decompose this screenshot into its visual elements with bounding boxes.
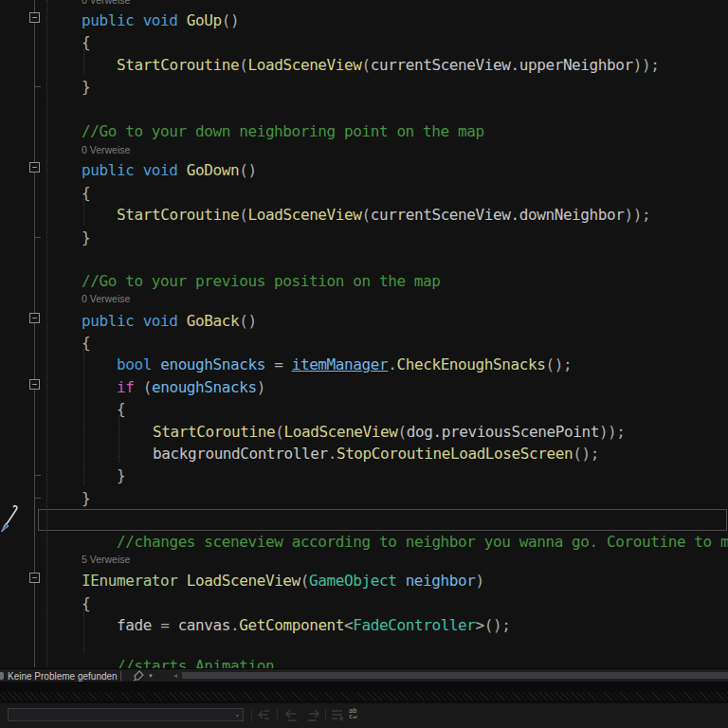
code-line[interactable]: }	[117, 464, 125, 486]
code-token-op: ();	[545, 355, 572, 373]
code-line[interactable]: //starts Animation	[117, 655, 274, 668]
previous-message-icon[interactable]	[284, 709, 300, 721]
code-token-op: {	[82, 33, 90, 51]
code-line[interactable]: {	[82, 182, 90, 204]
panel-splitter[interactable]	[0, 682, 728, 703]
scroll-left-arrow-icon[interactable]: ◂	[173, 672, 177, 680]
code-line[interactable]: StartCoroutine(LoadSceneView(currentScen…	[117, 204, 650, 226]
code-token-op: ));	[625, 206, 651, 224]
code-token-op: >();	[476, 616, 511, 634]
code-line[interactable]: }	[82, 487, 90, 509]
code-token-op: ()	[222, 11, 239, 29]
code-token-m: LoadSceneView	[248, 56, 362, 74]
code-line[interactable]: IEnumerator LoadSceneView(GameObject nei…	[82, 570, 484, 592]
code-token-op: ));	[633, 56, 660, 74]
health-status-text[interactable]: Keine Probleme gefunden	[8, 671, 118, 682]
separator	[120, 671, 121, 681]
codelens-line[interactable]: 0 Verweise	[82, 143, 130, 156]
dropdown-caret-icon[interactable]: ▼	[148, 673, 154, 679]
splitter-hatch	[0, 692, 728, 701]
code-line[interactable]: //changes sceneview according to neighbo…	[117, 531, 728, 553]
code-line[interactable]: {	[82, 592, 90, 614]
fold-marker-collapse[interactable]: −	[29, 12, 40, 23]
code-token-op: {	[117, 400, 125, 418]
code-token-kw: public void	[82, 312, 187, 330]
code-line[interactable]: }	[82, 227, 90, 248]
output-source-dropdown[interactable]: ▾	[8, 708, 244, 721]
code-token-op: (	[239, 206, 247, 224]
clear-all-icon[interactable]	[330, 709, 345, 721]
horizontal-scrollbar-thumb[interactable]	[182, 672, 728, 679]
word-wrap-icon[interactable]: ab c↵	[349, 708, 366, 720]
code-token-m: LoadSceneView	[248, 206, 362, 224]
fold-end-tick	[35, 86, 41, 87]
code-line[interactable]: {	[117, 398, 125, 420]
code-token-v: neighbor	[406, 572, 476, 590]
code-token-ty: FadeController	[353, 616, 475, 634]
code-token-op: .	[230, 616, 239, 634]
toolbar-separator	[325, 708, 326, 721]
code-line[interactable]: public void GoDown()	[82, 159, 257, 181]
next-message-icon[interactable]	[306, 709, 321, 721]
codelens-line[interactable]: 0 Verweise	[82, 292, 130, 305]
code-token-op: (	[362, 56, 371, 74]
code-token-m: CheckEnoughSnacks	[396, 355, 545, 373]
code-token-op: <	[344, 616, 353, 634]
code-token-ctrl: if	[117, 378, 134, 396]
code-line[interactable]: StartCoroutine(LoadSceneView(currentScen…	[117, 54, 659, 76]
code-token-m: GetComponent	[239, 616, 344, 634]
code-token-txt: currentSceneView.downNeighbor	[371, 206, 625, 224]
code-token-lens: 5 Verweise	[82, 554, 130, 565]
code-line[interactable]: StartCoroutine(LoadSceneView(dog.previou…	[153, 421, 626, 443]
code-token-m: StartCoroutine	[117, 56, 239, 74]
codelens-line[interactable]: 5 Verweise	[82, 553, 130, 566]
code-token-op: =	[265, 355, 292, 373]
code-line[interactable]: {	[82, 31, 90, 53]
code-line[interactable]: }	[82, 76, 90, 98]
code-token-op: ()	[239, 312, 256, 330]
indent-guide	[83, 349, 85, 485]
code-token-op: )	[257, 378, 265, 396]
document-health-strip: Keine Probleme gefunden ▼ ◂	[0, 668, 728, 682]
code-token-op: (	[275, 423, 283, 441]
toolbar-separator	[277, 708, 278, 721]
code-line[interactable]: public void GoUp()	[82, 9, 239, 31]
indent-guide	[83, 610, 85, 652]
document-health-icon	[0, 672, 4, 680]
code-token-op	[396, 572, 405, 590]
code-line[interactable]: fade = canvas.GetComponent<FadeControlle…	[117, 614, 511, 636]
code-line[interactable]: public void GoBack()	[82, 310, 257, 332]
codelens-line[interactable]: 0 Verweise	[82, 0, 130, 7]
code-line[interactable]: bool enoughSnacks = itemManager.CheckEno…	[117, 354, 572, 375]
indent-guide	[118, 415, 120, 463]
code-editor[interactable]: 0 Verweisepublic void GoUp(){StartCorout…	[0, 0, 728, 668]
code-line[interactable]: //Go to your down neighboring point on t…	[82, 120, 484, 142]
fold-end-tick	[35, 498, 41, 499]
code-token-op: (	[239, 56, 247, 74]
code-token-txt: backgroundController	[153, 445, 328, 463]
code-line[interactable]: backgroundController.StopCoroutineLoadLo…	[153, 443, 599, 464]
code-token-op: ();	[573, 445, 599, 463]
code-token-op: }	[117, 466, 125, 484]
code-token-op: {	[82, 594, 90, 612]
fold-end-tick	[35, 237, 41, 238]
code-token-m: LoadSceneView	[284, 423, 398, 441]
code-token-kw: public void	[82, 11, 187, 29]
code-token-m: StartCoroutine	[117, 206, 239, 224]
code-token-op: (	[134, 378, 151, 396]
fold-marker-collapse[interactable]: −	[29, 573, 40, 583]
code-line[interactable]: {	[82, 332, 90, 354]
code-token-op: }	[82, 489, 90, 507]
goto-message-icon[interactable]	[257, 709, 272, 721]
code-line[interactable]: if (enoughSnacks)	[117, 376, 265, 398]
code-token-m: StartCoroutine	[153, 423, 275, 441]
toolbar-separator	[251, 708, 252, 721]
code-token-com: //Go to your down neighboring point on t…	[82, 122, 484, 140]
code-token-op: ));	[599, 423, 626, 441]
code-token-op: )	[476, 572, 484, 590]
code-token-lens: 0 Verweise	[82, 293, 130, 304]
fold-marker-collapse[interactable]: −	[29, 379, 40, 390]
fold-marker-collapse[interactable]: −	[29, 162, 40, 173]
fold-marker-collapse[interactable]: −	[29, 313, 40, 323]
code-line[interactable]: //Go to your previous position on the ma…	[82, 270, 441, 292]
